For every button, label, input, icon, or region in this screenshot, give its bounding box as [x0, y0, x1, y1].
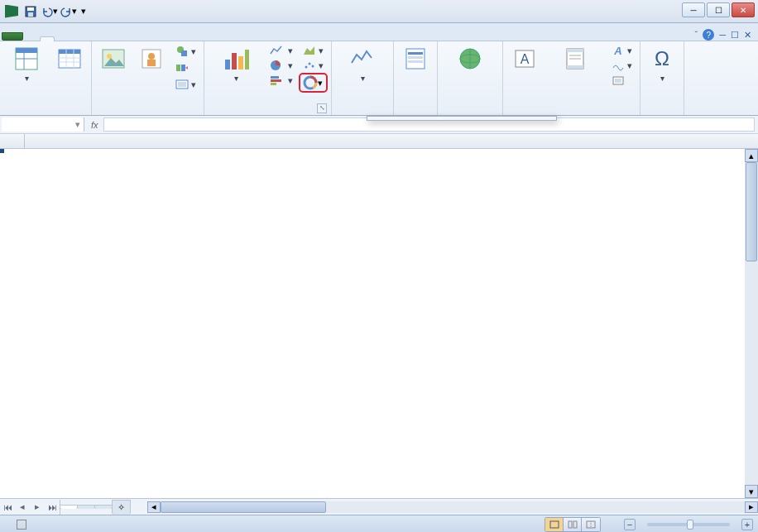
tab-home[interactable]	[25, 36, 40, 41]
svg-rect-53	[550, 521, 559, 528]
line-chart-button[interactable]: ▾	[266, 43, 297, 58]
svg-point-16	[148, 53, 155, 60]
svg-rect-31	[271, 83, 276, 85]
vscroll-thumb[interactable]	[746, 162, 757, 261]
sheet-tab-3[interactable]	[94, 505, 113, 509]
svg-rect-23	[178, 82, 186, 87]
tab-data[interactable]	[84, 36, 99, 41]
tab-addins[interactable]	[144, 36, 159, 41]
name-box-input[interactable]	[5, 119, 55, 131]
scroll-down-arrow[interactable]: ▾	[745, 485, 758, 498]
qat-customize[interactable]: ▾	[79, 2, 89, 21]
tab-insert[interactable]	[40, 36, 55, 41]
scroll-right-arrow[interactable]: ▸	[745, 501, 758, 513]
normal-view-button[interactable]	[545, 518, 564, 531]
signature-button[interactable]: ▾	[607, 58, 636, 73]
hscroll-thumb[interactable]	[161, 501, 326, 513]
tab-review[interactable]	[99, 36, 114, 41]
screenshot-button[interactable]: ▾	[171, 76, 200, 93]
group-label-links	[441, 113, 499, 115]
headerfooter-icon	[562, 46, 588, 72]
pivottable-button[interactable]: ▾	[3, 43, 50, 84]
select-all-corner[interactable]	[0, 134, 25, 148]
group-label-illustrations	[95, 113, 200, 115]
svg-rect-4	[16, 48, 37, 53]
smartart-button[interactable]	[171, 60, 200, 76]
scroll-left-arrow[interactable]: ◂	[147, 501, 161, 513]
svg-rect-1	[27, 7, 34, 11]
zoom-out-button[interactable]: −	[624, 519, 636, 530]
other-charts-button[interactable]: ▾	[299, 73, 328, 93]
svg-rect-27	[245, 50, 249, 69]
area-chart-button[interactable]: ▾	[299, 43, 328, 58]
tab-foxit[interactable]	[159, 36, 174, 41]
horizontal-scrollbar[interactable]: ◂ ▸	[147, 501, 758, 514]
app-icon	[5, 5, 18, 18]
ribbon-tab-strip: ˇ ? ─ ☐ ✕	[0, 23, 758, 41]
zoom-in-button[interactable]: +	[741, 519, 753, 530]
svg-rect-19	[181, 50, 187, 56]
wordart-button[interactable]: A▾	[607, 43, 636, 58]
svg-rect-38	[408, 56, 423, 59]
scroll-up-arrow[interactable]: ▴	[745, 149, 758, 162]
svg-rect-30	[271, 79, 281, 82]
minimize-button[interactable]: ─	[682, 2, 705, 17]
slicer-button[interactable]	[397, 43, 434, 74]
help-icon[interactable]: ?	[703, 29, 714, 41]
symbol-button[interactable]: Ω ▾	[644, 43, 680, 84]
column-chart-button[interactable]: ▾	[208, 43, 264, 84]
object-button[interactable]	[607, 73, 636, 88]
quick-access-toolbar: ▾ ▾ ▾	[22, 2, 89, 21]
svg-rect-52	[615, 79, 621, 83]
tab-abbyy[interactable]	[174, 36, 189, 41]
tab-pagelayout[interactable]	[55, 36, 70, 41]
sheet-tab-2[interactable]	[77, 505, 95, 509]
pagebreak-view-button[interactable]	[582, 518, 600, 531]
new-sheet-button[interactable]: ✧	[112, 500, 131, 515]
name-box[interactable]: ▾	[2, 117, 84, 132]
group-label-tables	[3, 113, 88, 115]
svg-point-14	[107, 54, 112, 59]
maximize-button[interactable]: ☐	[707, 2, 730, 17]
zoom-slider[interactable]	[647, 523, 730, 526]
pagelayout-view-button[interactable]	[564, 518, 582, 531]
headerfooter-button[interactable]	[545, 43, 606, 74]
column-chart-icon	[223, 46, 249, 72]
pie-chart-button[interactable]: ▾	[266, 58, 297, 73]
tab-developer[interactable]	[129, 36, 144, 41]
fx-icon[interactable]: fx	[91, 120, 98, 130]
sparklines-button[interactable]: ▾	[335, 43, 390, 84]
redo-button[interactable]: ▾	[60, 2, 78, 21]
doc-minimize-icon[interactable]: ─	[719, 30, 726, 40]
prev-sheet-button[interactable]: ◂	[15, 500, 30, 515]
tab-formulas[interactable]	[70, 36, 84, 41]
sheet-tab-1[interactable]	[60, 505, 78, 509]
doc-close-icon[interactable]: ✕	[744, 30, 751, 41]
bar-chart-button[interactable]: ▾	[266, 73, 297, 88]
shapes-button[interactable]: ▾	[171, 43, 200, 60]
close-button[interactable]: ✕	[732, 2, 755, 17]
vertical-scrollbar[interactable]: ▴ ▾	[745, 149, 758, 498]
worksheet-grid[interactable]: ▴ ▾	[0, 134, 758, 498]
ribbon-minimize-icon[interactable]: ˇ	[695, 30, 698, 40]
ribbon: ▾ ▾ ▾	[0, 41, 758, 116]
slicer-icon	[402, 46, 429, 72]
svg-point-33	[309, 63, 311, 65]
picture-button[interactable]	[95, 43, 132, 74]
zoom-thumb[interactable]	[687, 520, 693, 530]
doc-restore-icon[interactable]: ☐	[731, 30, 739, 41]
undo-button[interactable]: ▾	[41, 2, 59, 21]
table-button[interactable]	[51, 43, 88, 74]
tab-file[interactable]	[2, 32, 23, 41]
clipart-button[interactable]	[133, 43, 170, 74]
macro-record-icon[interactable]	[17, 520, 26, 530]
first-sheet-button[interactable]: ⏮	[0, 500, 15, 515]
charts-dialog-launcher[interactable]: ⤡	[317, 103, 327, 113]
textbox-button[interactable]: A	[506, 43, 543, 74]
next-sheet-button[interactable]: ▸	[30, 500, 45, 515]
hyperlink-button[interactable]	[441, 43, 499, 74]
last-sheet-button[interactable]: ⏭	[45, 500, 60, 515]
scatter-chart-button[interactable]: ▾	[299, 58, 328, 73]
tab-view[interactable]	[114, 36, 129, 41]
save-button[interactable]	[22, 2, 40, 21]
